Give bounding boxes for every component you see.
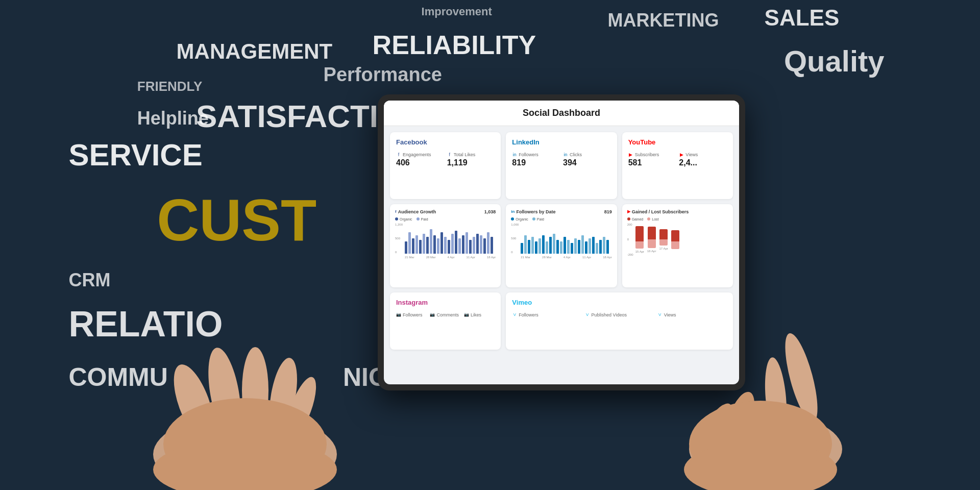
facebook-bar-6 (426, 237, 429, 254)
word-service: SERVICE (68, 137, 202, 173)
linkedin-bar-17 (581, 235, 584, 254)
facebook-likes-value: 1,119 (447, 158, 495, 167)
linkedin-legend-organic: Organic (511, 217, 528, 221)
linkedin-bar-10 (556, 240, 559, 254)
linkedin-clicks-label: Clicks (570, 152, 582, 157)
youtube-legend-gained-label: Gained (632, 217, 644, 221)
linkedin-y-axis: 1,000 500 0 (511, 223, 519, 254)
facebook-legend-organic: Organic (395, 217, 412, 221)
youtube-views: ▶ Views 2,4... (679, 150, 727, 169)
linkedin-legend-organic-dot (511, 217, 514, 220)
linkedin-bar-4 (535, 241, 537, 254)
linkedin-bar-18 (585, 241, 587, 254)
instagram-icon-1: 📷 (396, 312, 401, 317)
vimeo-icon-1: V (512, 312, 517, 317)
youtube-views-label: Views (685, 152, 698, 157)
facebook-legend-paid: Paid (416, 217, 428, 221)
youtube-lost-bar-4 (671, 241, 679, 249)
youtube-y-label-bottom: -200 (627, 253, 633, 256)
facebook-bar-11 (444, 237, 447, 254)
youtube-lost-bar-3 (659, 239, 668, 246)
facebook-legend-organic-label: Organic (400, 217, 412, 221)
linkedin-bar-6 (542, 235, 545, 254)
facebook-bar-16 (462, 235, 464, 254)
word-management: MANAGEMENT (177, 39, 333, 64)
instagram-icon-3: 📷 (464, 312, 469, 317)
linkedin-bar-14 (571, 243, 573, 254)
facebook-chart-count: 1,038 (484, 209, 496, 214)
word-cust: CUST (157, 186, 316, 254)
youtube-chart-legend: Gained Lost (627, 217, 728, 221)
youtube-chart-card: ▶ Gained / Lost Subscribers Gained Lost (622, 204, 733, 287)
facebook-bar-18 (469, 240, 472, 254)
linkedin-label-1: 21 Mar (521, 256, 530, 259)
youtube-legend-lost: Lost (647, 217, 658, 221)
facebook-y-label-3: 0 (395, 251, 403, 254)
facebook-chart-icon: f (395, 209, 397, 214)
linkedin-label-2: 28 Mar (542, 256, 552, 259)
linkedin-legend-paid-label: Paid (537, 217, 544, 221)
facebook-bar-22 (483, 238, 486, 254)
linkedin-y-label-3: 0 (511, 251, 519, 254)
instagram-metrics: 📷 Followers 📷 Comments 📷 Likes (396, 310, 495, 321)
facebook-chart-legend: Organic Paid (395, 217, 496, 221)
linkedin-bar-24 (606, 240, 609, 254)
vimeo-icon-2: V (585, 312, 590, 317)
youtube-gained-bar-2 (648, 227, 656, 239)
facebook-legend-paid-dot (416, 217, 420, 220)
tablet: Social Dashboard Facebook f Engagements … (378, 94, 745, 390)
vimeo-views: V Views (657, 310, 727, 321)
linkedin-bar-7 (546, 241, 548, 254)
facebook-bar-12 (448, 240, 450, 254)
linkedin-bar-5 (538, 238, 541, 254)
linkedin-bar-8 (549, 237, 552, 254)
facebook-chart-title: f Audience Growth (395, 209, 436, 214)
linkedin-bar-21 (596, 243, 598, 254)
youtube-bar-group-2: 16 Apr (647, 227, 656, 253)
instagram-icon-2: 📷 (430, 312, 435, 317)
linkedin-label-4: 11 Apr (582, 256, 591, 259)
linkedin-bar-chart (521, 223, 611, 254)
facebook-engagements-value: 406 (396, 158, 444, 167)
linkedin-bar-23 (603, 237, 605, 254)
instagram-card: Instagram 📷 Followers 📷 Comments (390, 292, 501, 350)
linkedin-followers: in Followers 819 (512, 150, 560, 169)
dashboard-body: Facebook f Engagements 406 f Total Likes (384, 126, 739, 384)
youtube-y-axis: 200 0 -200 (627, 223, 633, 256)
word-quality: Quality (784, 44, 885, 78)
linkedin-label-5: 18 Apr (603, 256, 611, 259)
facebook-chart-labels: 21 Mar 28 Mar 4 Apr 11 Apr 18 Apr (405, 256, 496, 259)
linkedin-bar-11 (560, 241, 562, 254)
youtube-chart-body: 200 0 -200 15 Apr 16 Apr (627, 223, 728, 256)
word-commu: COMMU (68, 362, 167, 392)
facebook-chart-body: 1,200 500 0 21 Mar 28 Mar 4 Apr 11 Apr (395, 223, 496, 259)
facebook-bar-23 (487, 232, 489, 254)
facebook-y-label-1: 1,200 (395, 223, 403, 226)
linkedin-followers-value: 819 (512, 158, 560, 167)
youtube-icon-2: ▶ (679, 152, 684, 157)
facebook-bar-4 (419, 240, 422, 254)
word-marketing: MARKETING (607, 10, 719, 31)
facebook-title: Facebook (396, 138, 495, 146)
facebook-bar-19 (473, 237, 475, 254)
word-friendly: FRIENDLY (137, 79, 203, 94)
linkedin-bar-20 (592, 237, 595, 254)
linkedin-icon-1: in (512, 152, 517, 157)
instagram-comments-label: Comments (436, 312, 459, 317)
linkedin-bar-9 (553, 234, 555, 254)
youtube-bar-label-3: 17 Apr (659, 247, 668, 250)
linkedin-chart-title: in Followers by Date (511, 209, 555, 214)
youtube-chart-icon: ▶ (627, 209, 630, 214)
instagram-followers: 📷 Followers (396, 310, 427, 321)
youtube-lost-bar-1 (635, 241, 644, 249)
facebook-bar-24 (491, 237, 493, 254)
youtube-subscribers-label: Subscribers (635, 152, 659, 157)
linkedin-y-label-2: 500 (511, 237, 519, 240)
word-helpline: Helpline (137, 108, 209, 129)
youtube-gained-bar-4 (671, 230, 679, 241)
linkedin-bar-16 (578, 240, 580, 254)
facebook-metrics-card: Facebook f Engagements 406 f Total Likes (390, 132, 501, 199)
youtube-legend-gained-dot (627, 217, 630, 220)
facebook-bar-3 (415, 235, 418, 254)
youtube-bars-container: 15 Apr 16 Apr 17 Apr (635, 226, 728, 253)
